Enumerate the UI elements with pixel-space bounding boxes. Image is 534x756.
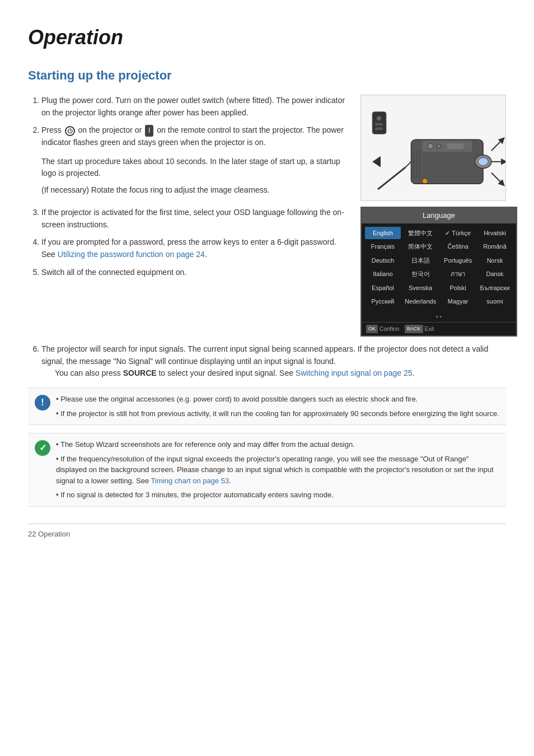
lang-croatian: Hrvatski: [477, 227, 513, 240]
page-footer: 22 Operation: [28, 524, 506, 540]
language-dialog-title: Language: [362, 208, 516, 223]
info-icon: ✓: [35, 440, 50, 456]
step-3-text: If the projector is activated for the fi…: [41, 208, 344, 229]
svg-point-7: [437, 144, 441, 148]
step-6-source-after: .: [412, 368, 414, 377]
step-6: The projector will search for input sign…: [41, 343, 506, 380]
lang-italian: Italiano: [365, 268, 401, 281]
password-link[interactable]: Utilizing the password function on page …: [58, 250, 205, 259]
svg-line-13: [491, 139, 503, 151]
step-3: If the projector is activated for the fi…: [41, 207, 349, 231]
steps-list-2: If the projector is activated for the fi…: [28, 207, 349, 278]
projector-diagram: [360, 95, 506, 201]
lang-danish: Dansk: [477, 268, 513, 281]
lang-korean: 한국어: [402, 268, 439, 281]
svg-point-12: [423, 179, 427, 183]
language-dialog: Language English 繁體中文 Türkçe Hrvatski Fr…: [360, 207, 517, 337]
lang-finnish: suomi: [477, 295, 513, 308]
exit-label: Exit: [425, 325, 434, 333]
warning-icon: !: [35, 395, 50, 410]
step-6-subpara: You can also press SOURCE to select your…: [55, 367, 506, 380]
warning-note-1: Please use the original accessories (e.g…: [56, 394, 499, 405]
svg-rect-21: [375, 127, 383, 130]
page-title: Operation: [28, 22, 506, 53]
svg-point-6: [428, 143, 433, 149]
language-dialog-footer: OK Confirm BACK Exit: [362, 322, 516, 336]
source-bold: SOURCE: [123, 368, 157, 377]
lang-english: English: [365, 227, 401, 240]
steps-text-col: Plug the power cord. Turn on the power o…: [28, 95, 349, 201]
confirm-key: OK: [366, 325, 378, 334]
lang-simplified-chinese: 简体中文: [402, 240, 439, 253]
lang-dutch: Nederlands: [402, 295, 439, 308]
svg-point-4: [478, 158, 488, 166]
step-4-after: .: [205, 250, 207, 259]
step-2-mid: on the projector or: [76, 125, 144, 134]
step-4: If you are prompted for a password, pres…: [41, 236, 349, 260]
step-6-source-mid: to select your desired input signal. See: [157, 368, 296, 377]
svg-marker-17: [372, 156, 381, 167]
lang-swedish: Svenska: [402, 282, 439, 295]
info-note-1: The Setup Wizard screenshots are for ref…: [56, 439, 499, 450]
lang-czech: Čeština: [440, 240, 476, 253]
step-6-source-before: You can also press: [55, 368, 123, 377]
step-2-subpara1: The start up procedure takes about 10 se…: [41, 156, 349, 180]
step-1: Plug the power cord. Turn on the power o…: [41, 95, 349, 119]
warning-note-content: Please use the original accessories (e.g…: [56, 394, 499, 419]
lang-japanese: 日本語: [402, 254, 439, 267]
exit-key-item: BACK Exit: [405, 325, 434, 334]
step-1-text: Plug the power cord. Turn on the power o…: [41, 96, 345, 117]
power-button-icon: ⏻: [65, 126, 75, 136]
lang-turkish: Türkçe: [440, 227, 476, 240]
info-note-block: ✓ The Setup Wizard screenshots are for r…: [28, 433, 506, 507]
language-scroll-indicator: • •: [362, 311, 516, 322]
footer-text: 22 Operation: [28, 530, 70, 538]
info-note-content: The Setup Wizard screenshots are for ref…: [56, 439, 499, 501]
warning-note-block: ! Please use the original accessories (e…: [28, 388, 506, 425]
step-5-text: Switch all of the connected equipment on…: [41, 268, 186, 277]
language-section: If the projector is activated for the fi…: [28, 207, 506, 337]
confirm-key-item: OK Confirm: [366, 325, 399, 334]
step-2: Press ⏻ on the projector or I on the rem…: [41, 124, 349, 148]
lang-russian: Русский: [365, 295, 401, 308]
steps-3-4-5: If the projector is activated for the fi…: [28, 207, 349, 337]
step-2-before: Press: [41, 125, 64, 134]
lang-spanish: Español: [365, 282, 401, 295]
svg-line-15: [491, 173, 503, 184]
lang-bulgarian: Български: [477, 282, 513, 295]
lang-hungarian: Magyar: [440, 295, 476, 308]
warning-note-2: If the projector is still hot from previ…: [56, 408, 499, 419]
svg-point-19: [377, 116, 381, 121]
lang-french: Français: [365, 240, 401, 253]
switching-input-link[interactable]: Switching input signal on page 25: [296, 368, 413, 377]
lang-german: Deutsch: [365, 254, 401, 267]
svg-rect-8: [447, 143, 464, 149]
lang-norwegian: Norsk: [477, 254, 513, 267]
svg-rect-20: [375, 123, 383, 125]
projector-svg-illustration: [361, 95, 505, 200]
confirm-label: Confirm: [380, 325, 399, 333]
lang-thai: ภาษา: [440, 268, 476, 281]
lang-polish: Polski: [440, 282, 476, 295]
lang-traditional-chinese: 繁體中文: [402, 227, 439, 240]
lang-romanian: Română: [477, 240, 513, 253]
steps-list: Plug the power cord. Turn on the power o…: [28, 95, 349, 149]
step-6-text: The projector will search for input sign…: [41, 344, 488, 366]
step-5: Switch all of the connected equipment on…: [41, 267, 349, 279]
section-title: Starting up the projector: [28, 66, 506, 85]
exit-key: BACK: [405, 325, 423, 334]
info-note-2: If the frequency/resolution of the input…: [56, 454, 499, 487]
svg-line-0: [378, 167, 405, 190]
remote-button-icon: I: [145, 125, 153, 137]
steps-list-3: The projector will search for input sign…: [28, 343, 506, 380]
projector-image-col: [360, 95, 506, 201]
timing-chart-link[interactable]: Timing chart on page 53: [151, 477, 229, 485]
language-grid: English 繁體中文 Türkçe Hrvatski Français 简体…: [362, 223, 516, 311]
info-note-3: If no signal is detected for 3 minutes, …: [56, 489, 499, 501]
lang-portuguese: Português: [440, 254, 476, 267]
svg-rect-18: [372, 112, 386, 134]
step-2-subpara2: (If necessary) Rotate the focus ring to …: [41, 184, 349, 197]
language-dialog-col: Language English 繁體中文 Türkçe Hrvatski Fr…: [360, 207, 506, 337]
